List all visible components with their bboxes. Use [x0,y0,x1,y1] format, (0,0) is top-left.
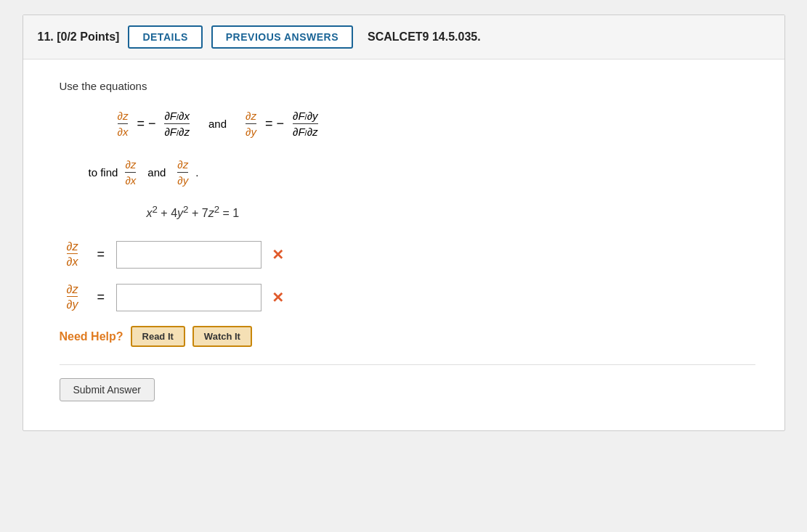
dzdy-label-den: ∂y [67,296,78,311]
dz-dx-frac: ∂z ∂x [118,110,129,138]
dzdy-label-num: ∂z [67,283,78,296]
and-connector-2: and [147,166,166,179]
question-content: Use the equations ∂z ∂x = − ∂F/∂x ∂F/∂z [23,60,784,430]
dz-label-num: ∂z [67,240,78,253]
need-help-label: Need Help? [60,330,123,343]
submit-section: Submit Answer [60,364,755,401]
and-connector-1: and [208,118,227,130]
to-find-label: to find [89,166,118,179]
dz-dy-frac: ∂z ∂y [246,110,256,138]
equations-display: ∂z ∂x = − ∂F/∂x ∂F/∂z and ∂z [118,110,755,138]
watch-it-button[interactable]: Watch It [192,326,252,347]
dz-label-den: ∂x [67,253,78,269]
period: . [195,166,198,179]
rhs-frac-1: ∂F/∂x ∂F/∂z [164,110,190,138]
to-find-row: to find ∂z ∂x and ∂z ∂y . [89,158,755,187]
question-header: 11. [0/2 Points] DETAILS PREVIOUS ANSWER… [23,15,784,60]
details-button[interactable]: DETAILS [128,25,202,49]
main-container: 11. [0/2 Points] DETAILS PREVIOUS ANSWER… [23,15,785,431]
to-find-dzdx: ∂z ∂x [125,158,136,187]
answer-input-1[interactable] [116,241,261,269]
equals-1: = − [137,116,155,131]
eq-group-1: ∂z ∂x = − ∂F/∂x ∂F/∂z [118,110,190,138]
instructions-text: Use the equations [60,80,755,92]
dz-dy-answer-label: ∂z ∂y [60,283,86,311]
answer-row-1: ∂z ∂x = ✕ [60,240,755,269]
submit-button[interactable]: Submit Answer [60,378,155,401]
points-label: 11. [0/2 Points] [38,30,120,44]
dz-dx-answer-label: ∂z ∂x [60,240,86,269]
wrong-mark-1: ✕ [272,246,284,263]
equals-3: = [97,247,105,262]
to-find-dzdy: ∂z ∂y [177,158,188,187]
equals-4: = [97,290,105,305]
answer-input-2[interactable] [116,284,261,311]
need-help-section: Need Help? Read It Watch It [60,326,755,347]
read-it-button[interactable]: Read It [131,326,185,347]
given-equation: x2 + 4y2 + 7z2 = 1 [147,204,755,220]
answer-row-2: ∂z ∂y = ✕ [60,283,755,311]
question-code: SCALCET9 14.5.035. [368,30,481,44]
wrong-mark-2: ✕ [272,289,284,306]
equals-2: = − [265,116,284,131]
previous-answers-button[interactable]: PREVIOUS ANSWERS [211,25,353,49]
eq-group-2: ∂z ∂y = − ∂F/∂y ∂F/∂z [246,110,318,138]
rhs-frac-2: ∂F/∂y ∂F/∂z [293,110,318,138]
